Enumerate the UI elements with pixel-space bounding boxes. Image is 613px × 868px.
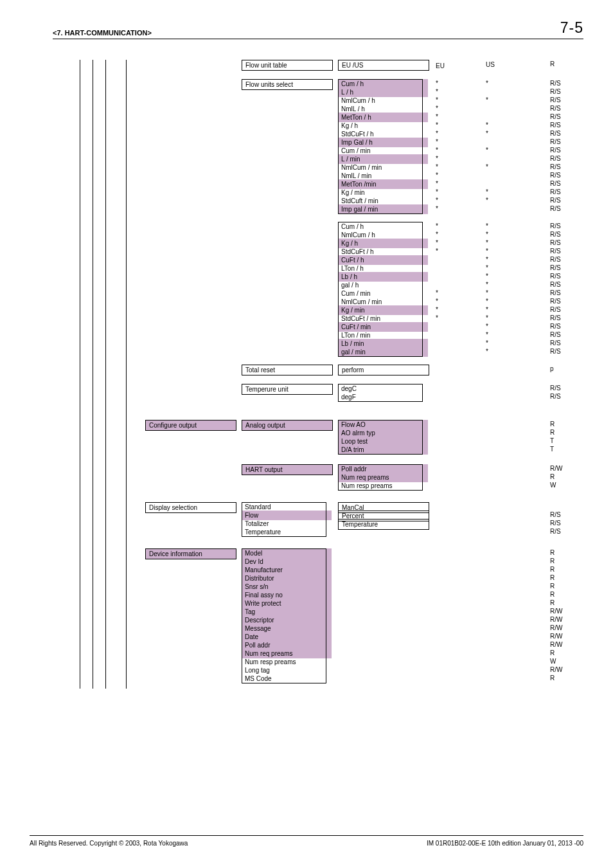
col-eu: EU	[436, 62, 445, 69]
menu-l3: Flow unit table	[242, 60, 333, 71]
rw-flag: R	[550, 574, 555, 582]
rw-flag: R/S	[550, 264, 561, 272]
group-box	[242, 502, 326, 537]
rw-flag: R/S	[550, 113, 561, 121]
mark-us: *	[486, 272, 488, 280]
rw-flag: R/S	[550, 79, 561, 87]
group-box	[338, 384, 423, 402]
rw-flag: R/S	[550, 96, 561, 104]
mark-us: *	[486, 264, 488, 272]
mark-eu: *	[436, 104, 438, 113]
group-box	[338, 222, 423, 357]
rw-flag: p	[550, 365, 554, 373]
rw-flag: R/S	[550, 511, 561, 519]
mark-eu: *	[436, 121, 438, 129]
tree-line	[105, 60, 106, 689]
rw-flag: R/S	[550, 179, 561, 188]
menu-l3: Total reset	[242, 365, 333, 375]
section-title: <7. HART-COMMUNICATION>	[53, 29, 152, 37]
mark-us: *	[486, 239, 488, 247]
page-number: 7-5	[560, 19, 583, 37]
mark-us: *	[486, 163, 488, 171]
rw-flag: T	[550, 437, 554, 445]
mark-eu: *	[436, 79, 438, 87]
footer-docid: IM 01R01B02-00E-E 10th edition January 0…	[427, 840, 583, 847]
menu-l3: Analog output	[242, 420, 333, 431]
rw-flag: R/S	[550, 121, 561, 129]
menu-l4: EU /US	[338, 60, 429, 71]
mark-us: *	[486, 247, 488, 255]
rw-flag: R/W	[550, 607, 562, 615]
group-box	[338, 420, 423, 455]
mark-eu: *	[436, 96, 438, 104]
group-box	[242, 548, 326, 683]
rw-flag: R/S	[550, 104, 561, 113]
rw-flag: R/S	[550, 384, 561, 392]
rw-flag: R/W	[550, 624, 562, 632]
rw-flag: R	[550, 582, 555, 590]
rw-flag: R/S	[550, 322, 561, 330]
mark-us: *	[486, 280, 488, 289]
rw-flag: R/S	[550, 330, 561, 339]
mark-us: *	[486, 255, 488, 264]
mark-eu: *	[436, 113, 438, 121]
rw-flag: R/S	[550, 289, 561, 297]
mark-eu: *	[436, 196, 438, 204]
mark-us: *	[486, 347, 488, 356]
mark-us: *	[486, 230, 488, 239]
rw-flag: R/W	[550, 615, 562, 624]
col-us: US	[486, 61, 495, 68]
mark-eu: *	[436, 171, 438, 179]
rw-flag: R/S	[550, 527, 561, 536]
tree-line	[93, 60, 93, 689]
menu-l3: Flow units select	[242, 79, 333, 90]
mark-eu: *	[436, 163, 438, 171]
mark-eu: *	[436, 188, 438, 196]
mark-us: *	[486, 196, 488, 204]
menu-l2: Device information	[145, 548, 236, 559]
rw-flag: R/S	[550, 222, 561, 230]
rw-flag: R/W	[550, 632, 562, 640]
menu-l4: perform	[338, 365, 429, 375]
mark-us: *	[486, 188, 488, 196]
rw-flag: R/S	[550, 272, 561, 280]
menu-tree: EUUSFlow unit tableEU /USRFlow units sel…	[30, 53, 583, 825]
mark-eu: *	[436, 146, 438, 154]
mark-us: *	[486, 330, 488, 339]
menu-l3: Temperure unit	[242, 384, 333, 395]
rw-flag: R/S	[550, 230, 561, 239]
mark-us: *	[486, 222, 488, 230]
mark-eu: *	[436, 247, 438, 255]
mark-eu: *	[436, 129, 438, 138]
mark-eu: *	[436, 87, 438, 96]
mark-eu: *	[436, 289, 438, 297]
mark-eu: *	[436, 179, 438, 188]
mark-eu: *	[436, 204, 438, 213]
rw-flag: W	[550, 481, 556, 489]
rw-flag: R/S	[550, 247, 561, 255]
mark-eu: *	[436, 154, 438, 163]
rw-flag: R/S	[550, 519, 561, 527]
menu-l3: HART output	[242, 464, 333, 475]
rw-flag: R	[550, 649, 555, 657]
mark-us: *	[486, 314, 488, 322]
rw-flag: R	[550, 557, 555, 565]
rw-flag: R	[550, 420, 555, 428]
mark-eu: *	[436, 222, 438, 230]
mark-us: *	[486, 146, 488, 154]
tree-line	[80, 60, 80, 689]
rw-flag: R	[550, 428, 555, 437]
rw-flag: R/S	[550, 280, 561, 289]
mark-eu: *	[436, 305, 438, 314]
mark-eu: *	[436, 230, 438, 239]
footer-copyright: All Rights Reserved. Copyright © 2003, R…	[30, 840, 188, 847]
rw-flag: R/S	[550, 163, 561, 171]
rw-flag: R/W	[550, 464, 562, 473]
mark-us: *	[486, 297, 488, 305]
rw-flag: R	[550, 548, 555, 557]
rw-flag: R/S	[550, 297, 561, 305]
page-header: <7. HART-COMMUNICATION> 7-5	[53, 19, 583, 39]
mark-eu: *	[436, 314, 438, 322]
rw-flag: R/S	[550, 347, 561, 356]
mark-eu: *	[436, 138, 438, 146]
